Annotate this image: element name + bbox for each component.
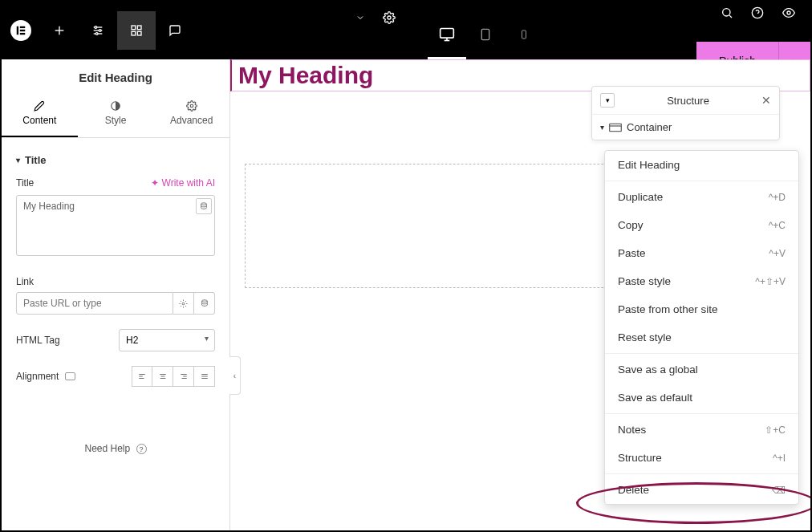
dynamic-tags-button[interactable]: [196, 198, 212, 214]
svg-point-22: [723, 9, 730, 16]
cm-save-global[interactable]: Save as a global: [605, 355, 798, 384]
svg-rect-15: [137, 31, 141, 35]
editor-sidebar: Edit Heading Content Style Advanced ▾ Ti…: [2, 59, 230, 530]
caret-down-icon: ▾: [16, 156, 20, 164]
svg-point-10: [99, 30, 101, 32]
heading-text: My Heading: [238, 62, 803, 89]
cm-copy[interactable]: Copy^+C: [605, 211, 798, 239]
link-input[interactable]: [16, 292, 173, 315]
cm-delete[interactable]: Delete⌫: [605, 476, 798, 504]
structure-collapse-button[interactable]: ▾: [600, 93, 615, 108]
svg-rect-0: [17, 26, 18, 35]
tab-style[interactable]: Style: [78, 92, 154, 137]
chevron-down-icon: [355, 13, 365, 22]
cm-paste-style[interactable]: Paste style^+⇧+V: [605, 267, 798, 295]
link-options-button[interactable]: [173, 292, 194, 315]
link-dynamic-button[interactable]: [194, 292, 215, 315]
container-icon: [609, 123, 622, 132]
gear-icon: [186, 100, 197, 112]
device-desktop-button[interactable]: [428, 11, 466, 59]
need-help-link[interactable]: Need Help ?: [16, 443, 215, 454]
align-center-button[interactable]: [152, 366, 173, 387]
gear-icon: [179, 299, 188, 308]
structure-close-button[interactable]: ✕: [761, 94, 771, 107]
svg-point-30: [182, 303, 185, 305]
svg-rect-20: [482, 29, 489, 39]
svg-line-23: [729, 15, 732, 18]
svg-point-16: [388, 16, 391, 19]
svg-point-11: [95, 33, 98, 35]
alignment-label: Alignment: [16, 371, 59, 382]
preview-icon[interactable]: [782, 6, 796, 19]
device-tablet-button[interactable]: [466, 11, 505, 59]
device-mobile-button[interactable]: [505, 11, 543, 59]
structure-button[interactable]: [117, 11, 156, 50]
caret-down-icon: ▾: [600, 123, 604, 132]
elementor-logo[interactable]: [10, 20, 31, 41]
html-tag-select[interactable]: H2: [119, 329, 215, 351]
cm-notes[interactable]: Notes⇧+C: [605, 416, 798, 444]
notes-button[interactable]: [156, 11, 194, 50]
cm-structure[interactable]: Structure^+I: [605, 444, 798, 472]
section-title-toggle[interactable]: ▾ Title: [16, 149, 215, 177]
svg-rect-12: [132, 26, 136, 30]
svg-rect-2: [20, 30, 25, 31]
align-left-button[interactable]: [132, 366, 152, 387]
svg-point-28: [190, 104, 193, 108]
svg-rect-13: [132, 31, 136, 35]
page-title: Sample Home Pa...: [250, 11, 347, 24]
svg-point-9: [95, 26, 97, 29]
help-icon[interactable]: [751, 6, 764, 19]
svg-point-29: [201, 203, 207, 205]
page-settings-icon[interactable]: [383, 11, 396, 24]
pencil-icon: [34, 100, 45, 112]
align-justify-button[interactable]: [194, 366, 215, 387]
cm-duplicate[interactable]: Duplicate^+D: [605, 183, 798, 211]
structure-panel-title: Structure: [615, 95, 761, 107]
add-widget-button[interactable]: [40, 11, 79, 50]
align-right-button[interactable]: [173, 366, 194, 387]
svg-rect-21: [522, 30, 526, 39]
cm-edit-heading[interactable]: Edit Heading: [605, 151, 798, 179]
link-label: Link: [16, 276, 215, 287]
top-bar: Sample Home Pa... Publish: [2, 2, 810, 59]
title-label: Title: [16, 177, 34, 189]
tab-advanced[interactable]: Advanced: [153, 92, 229, 137]
svg-point-31: [201, 300, 207, 303]
site-settings-button[interactable]: [79, 11, 117, 50]
cm-paste[interactable]: Paste^+V: [605, 239, 798, 267]
cm-paste-other[interactable]: Paste from other site: [605, 295, 798, 323]
structure-panel: ▾ Structure ✕ ▾ Container: [591, 86, 780, 140]
database-icon: [201, 299, 209, 307]
svg-rect-3: [20, 33, 25, 35]
page-selector[interactable]: Sample Home Pa...: [234, 11, 412, 24]
svg-rect-44: [610, 124, 622, 131]
cm-reset-style[interactable]: Reset style: [605, 323, 798, 351]
contrast-icon: [110, 100, 121, 112]
html-tag-label: HTML Tag: [16, 335, 60, 346]
structure-item-container[interactable]: ▾ Container: [600, 121, 771, 133]
svg-point-26: [787, 11, 790, 14]
sidebar-tabs: Content Style Advanced: [2, 92, 229, 138]
sidebar-title: Edit Heading: [2, 59, 229, 92]
svg-rect-17: [441, 28, 454, 38]
database-icon: [200, 202, 208, 210]
title-input[interactable]: My Heading: [16, 195, 215, 256]
context-menu: Edit Heading Duplicate^+D Copy^+C Paste^…: [604, 150, 799, 505]
help-icon: ?: [136, 444, 147, 454]
tab-content[interactable]: Content: [2, 92, 78, 137]
responsive-icon[interactable]: [65, 372, 75, 380]
sidebar-collapse-handle[interactable]: ‹: [229, 356, 241, 395]
svg-rect-14: [137, 26, 141, 30]
svg-rect-1: [20, 26, 25, 28]
cm-save-default[interactable]: Save as default: [605, 384, 798, 412]
finder-search-icon[interactable]: [721, 6, 733, 19]
alignment-group: [132, 366, 215, 387]
write-with-ai-link[interactable]: ✦ Write with AI: [151, 177, 215, 189]
